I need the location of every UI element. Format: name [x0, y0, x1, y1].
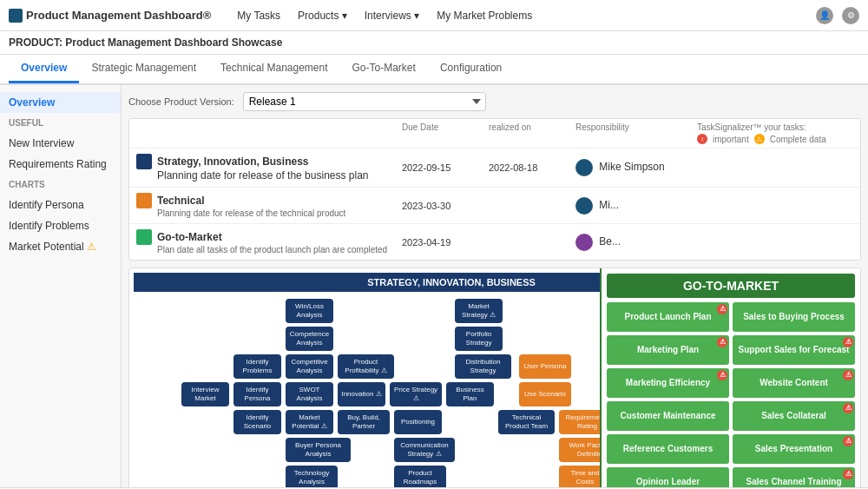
gtm-website-content[interactable]: Website Content ⚠	[733, 368, 855, 398]
nav-my-tasks[interactable]: My Tasks	[237, 10, 280, 22]
plan-color-gtm	[136, 229, 152, 245]
node-identify-problems[interactable]: Identify Problems	[233, 354, 281, 379]
app-title: Product Management Dashboard®	[26, 9, 211, 22]
nav-market-problems[interactable]: My Market Problems	[437, 10, 532, 22]
settings-icon[interactable]: ⚙	[842, 7, 859, 24]
product-bar-text: PRODUCT: Product Management Dashboard Sh…	[9, 36, 282, 49]
header: Product Management Dashboard® My Tasks P…	[0, 0, 868, 31]
content-area: Choose Product Version: Release 1 Releas…	[122, 85, 868, 487]
plan-name-strategy: Strategy, Innovation, Business	[157, 155, 308, 168]
gtm-reference-customers[interactable]: Reference Customers	[607, 434, 729, 464]
plan-name-gtm: Go-to-Market	[157, 231, 222, 243]
node-buy-build[interactable]: Buy, Build, Partner	[338, 410, 390, 434]
node-communication[interactable]: Communication Strategy ⚠	[394, 438, 455, 462]
node-market-potential[interactable]: Market Potential ⚠	[286, 410, 333, 434]
important-badge-icon: !	[697, 134, 707, 144]
node-identify-scenario[interactable]: Identify Scenario	[233, 410, 281, 434]
plan-color-strategy	[136, 154, 152, 169]
planning-table-header: Due Date realized on Responsibility Task…	[129, 119, 860, 149]
avatar-technical	[575, 197, 593, 215]
warn-badge-9: ⚠	[843, 436, 853, 446]
node-competence[interactable]: Competence Analysis	[286, 327, 333, 351]
warn-badge-7: ⚠	[843, 403, 853, 413]
plan-due-gtm: 2023-04-19	[402, 237, 489, 248]
sidebar-identify-persona[interactable]: Identify Persona	[0, 195, 121, 215]
plan-desc-technical: Planning date for release of the technic…	[136, 208, 402, 218]
node-product-roadmaps[interactable]: Product Roadmaps	[394, 466, 446, 487]
sidebar-overview[interactable]: Overview	[0, 92, 121, 113]
plan-realized-strategy: 2022-08-18	[489, 162, 575, 173]
node-identify-persona[interactable]: Identify Persona	[233, 382, 281, 406]
sidebar-new-interview[interactable]: New Interview	[0, 133, 121, 154]
planning-row-strategy: Strategy, Innovation, Business Planning …	[129, 149, 860, 188]
planning-row-gtm: Go-to-Market Plan date all tasks of the …	[129, 224, 860, 260]
gtm-support-sales[interactable]: Support Sales for Forecast ⚠	[733, 335, 855, 365]
version-select[interactable]: Release 1 Release 2 Release 3	[243, 92, 486, 111]
node-swot[interactable]: SWOT Analysis	[286, 382, 333, 406]
col-tasksig: TaskSignalizer™ your tasks: ! important …	[697, 122, 853, 144]
warn-badge-11: ⚠	[843, 469, 853, 479]
sidebar-requirements-rating[interactable]: Requirements Rating	[0, 154, 121, 175]
node-product-profitability[interactable]: Product Profitability ⚠	[338, 354, 394, 379]
sidebar-market-potential[interactable]: Market Potential	[0, 236, 121, 257]
logo-icon	[9, 9, 23, 23]
plan-due-strategy: 2022-09-15	[402, 162, 489, 173]
plan-desc-gtm: Plan date all tasks of the product launc…	[136, 245, 402, 254]
node-win-loss[interactable]: Win/Loss Analysis	[286, 299, 333, 323]
product-bar: PRODUCT: Product Management Dashboard Sh…	[0, 31, 868, 55]
node-tech-product-team[interactable]: Technical Product Team	[498, 410, 555, 434]
gtm-marketing-efficiency[interactable]: Marketing Efficiency ⚠	[607, 368, 729, 398]
node-portfolio[interactable]: Portfolio Strategy	[455, 327, 503, 351]
tab-technical[interactable]: Technical Management	[208, 55, 339, 83]
node-price-strategy[interactable]: Price Strategy ⚠	[390, 382, 442, 406]
node-technology[interactable]: Technology Analysis	[286, 466, 338, 487]
gtm-sales-buying[interactable]: Sales to Buying Process	[733, 302, 855, 332]
plan-color-technical	[136, 193, 152, 208]
node-innovation[interactable]: Innovation ⚠	[338, 382, 385, 406]
node-user-persona[interactable]: User Persona	[519, 354, 571, 379]
gtm-overlay: GO-TO-MARKET Product Launch Plan ⚠ Sales…	[600, 268, 860, 487]
avatar-strategy	[575, 159, 593, 176]
gtm-opinion-leader[interactable]: Opinion Leader	[607, 467, 729, 487]
tab-overview[interactable]: Overview	[9, 55, 79, 83]
tab-strategic[interactable]: Strategic Management	[79, 55, 208, 83]
node-market-strategy[interactable]: Market Strategy ⚠	[455, 299, 503, 323]
col-due-date: Due Date	[402, 122, 489, 144]
workflow-area: STRATEGY, INNOVATION, BUSINESS TECHNICAL…	[128, 268, 861, 487]
warn-badge-4: ⚠	[717, 370, 727, 380]
gtm-sales-channel[interactable]: Sales Channel Training ⚠	[733, 467, 855, 487]
plan-responsible-strategy: Mike Simpson	[575, 159, 697, 176]
gtm-sales-collateral[interactable]: Sales Collateral ⚠	[733, 401, 855, 431]
node-buyer-persona[interactable]: Buyer Persona Analysis	[286, 438, 351, 462]
node-use-scenario[interactable]: Use Scenario	[519, 382, 571, 406]
plan-responsible-gtm: Be...	[575, 234, 697, 251]
gtm-grid: Product Launch Plan ⚠ Sales to Buying Pr…	[607, 302, 855, 487]
node-positioning[interactable]: Positioning	[394, 410, 442, 434]
gtm-product-launch[interactable]: Product Launch Plan ⚠	[607, 302, 729, 332]
node-distribution[interactable]: Distribution Strategy	[455, 354, 511, 379]
complete-badge-icon: ⚠	[754, 134, 765, 144]
plan-due-technical: 2023-03-30	[402, 201, 489, 211]
important-label: important	[713, 135, 749, 144]
tab-gtm[interactable]: Go-To-Market	[340, 55, 428, 83]
user-icon[interactable]: 👤	[816, 7, 833, 24]
gtm-marketing-plan[interactable]: Marketing Plan ⚠	[607, 335, 729, 365]
planning-row-technical: Technical Planning date for release of t…	[129, 188, 860, 224]
tab-config[interactable]: Configuration	[428, 55, 514, 83]
nav-products[interactable]: Products ▾	[298, 10, 347, 22]
node-business-plan[interactable]: Business Plan	[446, 382, 494, 406]
warn-badge-0: ⚠	[717, 304, 727, 314]
sidebar-section-useful: USEFUL	[0, 113, 121, 133]
node-competitive[interactable]: Competitive Analysis	[286, 354, 333, 379]
version-row: Choose Product Version: Release 1 Releas…	[128, 92, 861, 111]
col-realized-on: realized on	[489, 122, 575, 144]
gtm-sales-presentation[interactable]: Sales Presentation ⚠	[733, 434, 855, 464]
sidebar: Overview USEFUL New Interview Requiremen…	[0, 85, 122, 487]
complete-label: Complete data	[770, 135, 826, 144]
gtm-header: GO-TO-MARKET	[607, 274, 855, 298]
sidebar-identify-problems[interactable]: Identify Problems	[0, 215, 121, 236]
node-interview-market[interactable]: Interview Market	[181, 382, 229, 406]
nav-interviews[interactable]: Interviews ▾	[365, 10, 419, 22]
app-logo: Product Management Dashboard®	[9, 9, 211, 23]
gtm-customer-maintenance[interactable]: Customer Maintenance	[607, 401, 729, 431]
